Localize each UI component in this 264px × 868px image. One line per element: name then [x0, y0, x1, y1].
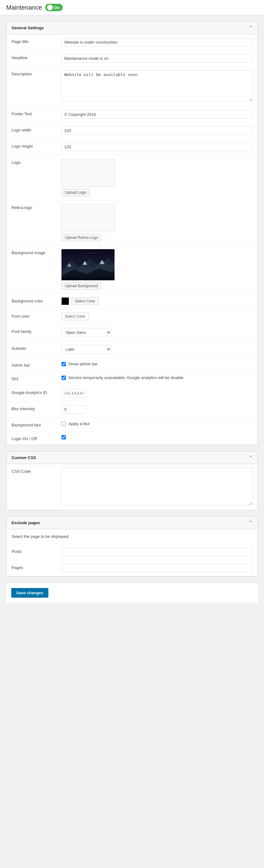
footer-text-label: Footer Text	[11, 110, 61, 116]
description-row: Description Website will be available so…	[6, 67, 258, 106]
css-code-row: CSS Code	[6, 464, 258, 510]
logo-upload-area	[61, 159, 114, 187]
svg-rect-16	[61, 277, 114, 280]
exclude-pages-header: Exclude pages ⌃	[6, 517, 258, 529]
exclude-pages-section: Exclude pages ⌃ Select the page to be di…	[6, 516, 258, 577]
admin-bar-checkbox[interactable]	[61, 362, 66, 366]
svg-point-7	[64, 255, 65, 255]
general-settings-header: General Settings ⌃	[6, 22, 258, 34]
service-503-control: Service temporarily unavailable, Google …	[61, 375, 253, 380]
toggle-dot	[47, 5, 53, 10]
headline-control	[61, 54, 253, 63]
pages-input[interactable]	[61, 564, 253, 572]
upload-background-btn[interactable]: Upload Background	[61, 282, 101, 290]
blur-intensity-label: Blur intensity	[11, 405, 61, 411]
toggle-badge[interactable]: On	[45, 4, 63, 11]
main-content: General Settings ⌃ Page title Headline D…	[0, 15, 264, 609]
background-color-row: Background color Select Color	[6, 294, 258, 309]
svg-point-8	[111, 254, 111, 255]
page-header: Maintenance On	[0, 0, 264, 15]
description-label: Description	[11, 70, 61, 76]
upload-logo-btn[interactable]: Upload Logo	[61, 189, 89, 196]
login-on-off-row: Login On / Off	[6, 431, 258, 445]
logo-width-label: Logo width	[11, 126, 61, 132]
login-on-off-label: Login On / Off	[11, 435, 61, 441]
subsets-select[interactable]: Latin Latin Extended Cyrillic Greek	[61, 345, 111, 354]
admin-bar-checkbox-label: Show admin bar	[68, 362, 98, 366]
google-analytics-label: Google Analytics ID	[11, 389, 61, 395]
google-analytics-input[interactable]	[61, 389, 86, 397]
service-503-row: 503 Service temporarily unavailable, Goo…	[6, 372, 258, 385]
login-on-off-checkbox[interactable]	[61, 435, 66, 439]
custom-css-body: CSS Code	[6, 464, 258, 510]
page-title-input[interactable]	[61, 38, 253, 46]
background-color-picker-row: Select Color	[61, 298, 253, 305]
blur-intensity-control	[61, 405, 253, 413]
retina-logo-label: Retina logo	[11, 204, 61, 210]
admin-bar-row: Admin bar Show admin bar	[6, 358, 258, 372]
exclude-pages-title: Exclude pages	[11, 520, 40, 525]
exclude-description-row: Select the page to be displayed:	[6, 529, 258, 544]
custom-css-header: Custom CSS ⌃	[6, 452, 258, 464]
exclude-pages-collapse-icon[interactable]: ⌃	[248, 520, 253, 526]
font-family-label: Font family	[11, 328, 61, 334]
pages-label: Pages	[11, 564, 61, 570]
posts-input[interactable]	[61, 548, 253, 556]
background-color-control: Select Color	[61, 298, 253, 305]
general-settings-title: General Settings	[11, 26, 44, 30]
css-code-label: CSS Code	[11, 468, 61, 474]
footer-text-control	[61, 110, 253, 119]
pages-control	[61, 564, 253, 572]
background-blur-checkbox[interactable]	[61, 422, 66, 426]
background-color-btn[interactable]: Select Color	[72, 298, 99, 305]
login-on-off-checkbox-row	[61, 435, 253, 439]
google-analytics-row: Google Analytics ID	[6, 385, 258, 401]
page-title-row: Page title	[6, 34, 258, 51]
upload-retina-logo-btn[interactable]: Upload Retina Logo	[61, 234, 101, 241]
font-family-row: Font family Open Sans Arial Georgia Verd…	[6, 324, 258, 341]
admin-bar-checkbox-row: Show admin bar	[61, 362, 253, 366]
font-color-row: Font color Select Color	[6, 309, 258, 324]
background-color-swatch[interactable]	[61, 298, 69, 305]
blur-intensity-row: Blur intensity	[6, 401, 258, 417]
page-title-label: Page title	[11, 38, 61, 44]
description-control: Website will be available soon	[61, 70, 253, 102]
save-button[interactable]: Save changes	[11, 588, 48, 598]
headline-label: Headline	[11, 54, 61, 60]
bg-image-svg	[61, 249, 114, 280]
logo-height-label: Logo height	[11, 143, 61, 149]
service-503-checkbox[interactable]	[61, 376, 66, 380]
subsets-row: Subsets Latin Latin Extended Cyrillic Gr…	[6, 341, 258, 358]
css-code-textarea[interactable]	[61, 468, 253, 505]
login-on-off-control	[61, 435, 253, 439]
logo-width-row: Logo width	[6, 123, 258, 139]
toggle-label: On	[54, 5, 60, 10]
logo-width-input[interactable]	[61, 126, 253, 135]
font-color-btn[interactable]: Select Color	[61, 313, 89, 320]
logo-label: Logo	[11, 159, 61, 165]
blur-intensity-input[interactable]	[61, 405, 86, 413]
service-503-checkbox-row: Service temporarily unavailable, Google …	[61, 375, 253, 380]
logo-height-input[interactable]	[61, 143, 253, 151]
admin-bar-label: Admin bar	[11, 362, 61, 368]
svg-point-3	[83, 253, 83, 253]
headline-input[interactable]	[61, 54, 253, 63]
footer-text-input[interactable]	[61, 110, 253, 119]
exclude-pages-body: Select the page to be displayed: Posts P…	[6, 529, 258, 576]
logo-height-row: Logo height	[6, 139, 258, 155]
background-image-label: Background image	[11, 249, 61, 255]
admin-bar-control: Show admin bar	[61, 362, 253, 366]
collapse-icon[interactable]: ⌃	[248, 25, 253, 31]
background-image-control: Upload Background	[61, 249, 253, 290]
custom-css-collapse-icon[interactable]: ⌃	[248, 455, 253, 461]
retina-logo-row: Retina logo Upload Retina Logo	[6, 200, 258, 245]
description-textarea[interactable]: Website will be available soon	[61, 70, 253, 101]
background-blur-checkbox-row: Apply a blur	[61, 422, 253, 426]
font-family-select[interactable]: Open Sans Arial Georgia Verdana Times Ne…	[61, 328, 111, 337]
font-color-picker-row: Select Color	[61, 313, 253, 320]
service-503-label: 503	[11, 375, 61, 381]
subsets-label: Subsets	[11, 345, 61, 351]
retina-logo-upload-area	[61, 204, 114, 232]
custom-css-title: Custom CSS	[11, 455, 36, 460]
background-blur-row: Background blur Apply a blur	[6, 417, 258, 431]
